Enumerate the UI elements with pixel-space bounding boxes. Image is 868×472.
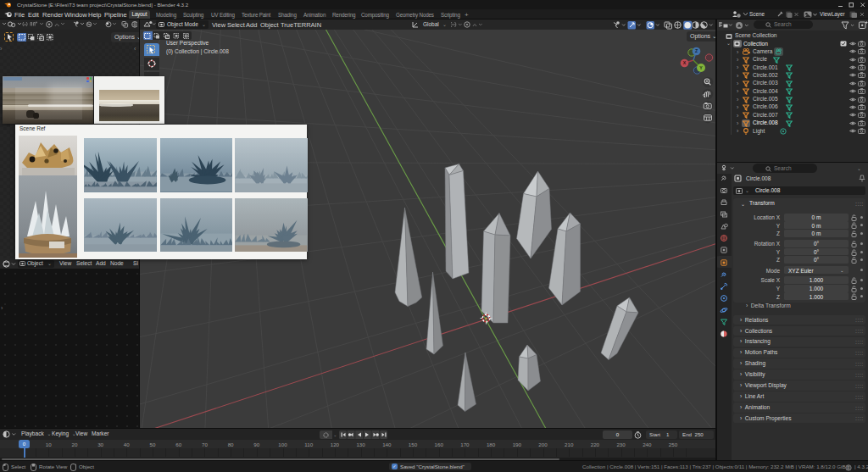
svg-text:X: X [683, 60, 687, 65]
svg-text:Y: Y [699, 65, 703, 70]
